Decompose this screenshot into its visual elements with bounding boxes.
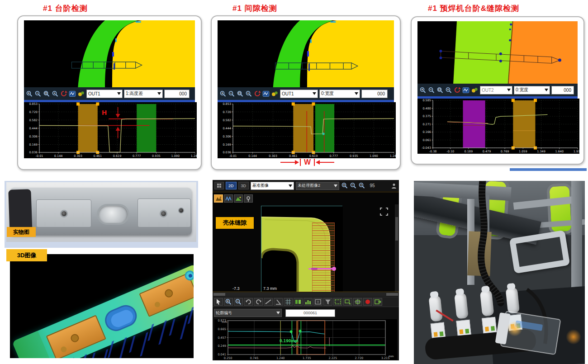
profile-number-select[interactable]: 轮廓编号 <box>214 309 282 317</box>
user-icon[interactable] <box>391 183 397 189</box>
svg-text:0.169: 0.169 <box>29 143 38 147</box>
zoom-in-icon[interactable] <box>219 90 227 97</box>
reference-image-select[interactable]: 基准图像 <box>251 182 294 190</box>
zoom-in-icon[interactable] <box>419 87 427 94</box>
measure-mode-select[interactable]: 1:高度差 <box>124 90 163 98</box>
vertical-scrollbar[interactable] <box>395 204 398 292</box>
zoom-in-icon[interactable] <box>341 182 349 189</box>
svg-text:0.166: 0.166 <box>422 130 431 134</box>
list-view-button[interactable] <box>214 182 224 189</box>
chevron-down-icon <box>313 92 316 95</box>
chevron-down-icon <box>355 92 358 95</box>
profile-chart-preweld: 0.5850.4800.3750.2710.1660.061-0.043-0.3… <box>417 99 578 154</box>
svg-text:0.036: 0.036 <box>223 151 231 154</box>
pointer-icon[interactable] <box>214 298 223 306</box>
reset-icon[interactable] <box>454 87 461 94</box>
value-field[interactable]: 000 <box>361 90 388 98</box>
window-edge-bar <box>510 168 587 171</box>
zoom-out-icon[interactable] <box>350 182 357 189</box>
zoom-region-icon[interactable] <box>436 87 444 94</box>
output-settings-icon[interactable] <box>271 90 279 97</box>
height-image-icon[interactable] <box>214 194 223 203</box>
svg-text:0.720: 0.720 <box>223 110 231 114</box>
zoom-fit-icon[interactable] <box>358 182 366 189</box>
output-select[interactable]: OUT2 <box>480 86 512 95</box>
rotate-ccw-icon[interactable] <box>244 298 253 306</box>
arrow-left-icon <box>316 160 320 165</box>
roi-move-icon[interactable] <box>353 298 362 306</box>
svg-text:0.306: 0.306 <box>29 135 38 138</box>
rotate-cw-icon[interactable] <box>254 298 263 306</box>
zoom-in-icon[interactable] <box>26 90 33 97</box>
svg-text:-0.01: -0.01 <box>229 154 237 158</box>
svg-text:0.619: 0.619 <box>113 154 122 158</box>
panel-title-preweld: #1 预焊机台阶&缝隙检测 <box>428 3 519 14</box>
gap-roi-hatch <box>312 222 335 292</box>
angle-icon[interactable] <box>274 298 283 306</box>
grid-snap-icon[interactable] <box>284 298 293 306</box>
svg-text:0.036: 0.036 <box>29 151 38 154</box>
svg-text:1.248: 1.248 <box>191 154 197 158</box>
measure-mode-select[interactable]: 0:宽度 <box>319 90 360 98</box>
reset-icon[interactable] <box>60 90 68 97</box>
filter-icon[interactable] <box>323 298 332 306</box>
output-settings-icon[interactable] <box>471 87 479 94</box>
profile-graph-icon[interactable] <box>462 87 470 94</box>
measure-mode-select[interactable]: 0:宽度 <box>514 86 550 95</box>
compare-icon[interactable] <box>294 298 303 306</box>
output-select[interactable]: OUT1 <box>86 90 123 98</box>
measure-mode-value: 0:宽度 <box>516 87 528 93</box>
histogram-icon[interactable] <box>303 298 313 306</box>
zoom-fit-icon[interactable] <box>52 90 59 97</box>
tab-2d[interactable]: 2D <box>226 182 237 189</box>
zoom-out-icon[interactable] <box>228 90 236 97</box>
export-icon[interactable] <box>373 298 382 306</box>
output-select-value: OUT1 <box>282 91 294 96</box>
svg-text:0.249: 0.249 <box>218 344 226 348</box>
svg-text:0.480: 0.480 <box>422 107 431 110</box>
svg-text:-0.043: -0.043 <box>422 146 431 150</box>
svg-text:0.853: 0.853 <box>223 102 231 106</box>
svg-text:0.271: 0.271 <box>422 123 431 126</box>
zoom-fit-icon[interactable] <box>445 87 453 94</box>
output-select[interactable]: OUT1 <box>280 90 318 98</box>
mountain-view-icon[interactable] <box>234 194 243 203</box>
svg-text:0.745: 0.745 <box>250 356 259 360</box>
svg-text:0.457: 0.457 <box>218 336 226 340</box>
svg-text:2.225: 2.225 <box>328 356 337 360</box>
zoom-out-icon[interactable] <box>34 90 42 97</box>
profile-graph-icon[interactable] <box>262 90 270 97</box>
profile-graph-icon[interactable] <box>69 90 76 97</box>
reference-image-value: 基准图像 <box>252 183 269 189</box>
zoom-fit-icon[interactable] <box>245 90 253 97</box>
profile-number-field[interactable]: 000061 <box>285 309 335 317</box>
panel-title-gap: #1 间隙检测 <box>232 3 277 14</box>
svg-text:0.041: 0.041 <box>218 353 226 356</box>
measure-icon[interactable] <box>264 298 273 306</box>
camera-view-rect <box>261 206 342 292</box>
processed-image-select[interactable]: 未处理图像2 <box>296 182 339 190</box>
zoom-region-icon[interactable] <box>237 90 244 97</box>
horizontal-scrollbar[interactable] <box>213 293 399 296</box>
zoom-out-icon[interactable] <box>428 87 436 94</box>
output-settings-icon[interactable] <box>77 90 85 97</box>
record-icon[interactable] <box>363 298 372 306</box>
battery-cap-part <box>10 188 192 235</box>
toolbar-step: OUT1 1:高度差 000 <box>24 87 195 100</box>
svg-text:0.144: 0.144 <box>54 154 63 158</box>
mask-icon[interactable] <box>313 298 322 306</box>
position-icon[interactable] <box>244 194 253 203</box>
value-field[interactable]: 000 <box>551 86 574 95</box>
roi-rect-icon[interactable] <box>333 298 342 306</box>
fullscreen-icon[interactable] <box>380 208 388 216</box>
tab-3d[interactable]: 3D <box>238 182 249 189</box>
value-field[interactable]: 000 <box>164 90 190 98</box>
zoom-region-icon[interactable] <box>43 90 51 97</box>
roi-scale-icon[interactable] <box>343 298 352 306</box>
svg-text:1.090: 1.090 <box>370 154 378 158</box>
profile-wave-icon[interactable] <box>224 194 233 203</box>
reset-icon[interactable] <box>254 90 261 97</box>
zoom-out-icon[interactable] <box>234 298 243 306</box>
zoom-in-icon[interactable] <box>224 298 233 306</box>
vent-boss <box>97 204 129 225</box>
